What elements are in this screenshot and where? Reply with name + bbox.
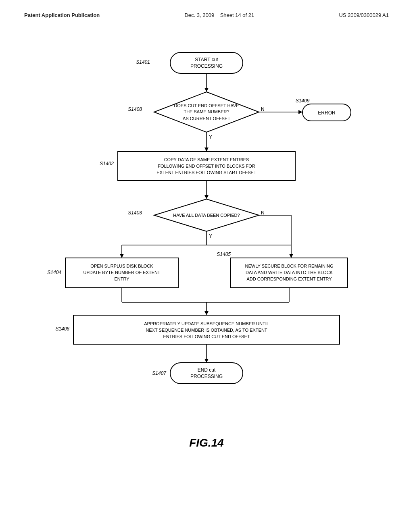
- svg-text:DOES CUT END OFFSET HAVE: DOES CUT END OFFSET HAVE: [174, 103, 239, 108]
- svg-text:THE SAME NUMBER?: THE SAME NUMBER?: [184, 109, 229, 114]
- header-sheet: Sheet 14 of 21: [220, 12, 254, 18]
- svg-text:S1407: S1407: [152, 370, 167, 376]
- svg-marker-37: [289, 254, 293, 258]
- svg-rect-20: [118, 152, 295, 181]
- svg-text:UPDATE BYTE NUMBER OF EXTENT: UPDATE BYTE NUMBER OF EXTENT: [83, 270, 160, 275]
- svg-rect-62: [170, 363, 243, 384]
- figure-label: FIG.14: [189, 436, 224, 449]
- page: Patent Application Publication Dec. 3, 2…: [0, 0, 413, 532]
- svg-text:OPEN SURPLUS DISK BLOCK: OPEN SURPLUS DISK BLOCK: [90, 264, 153, 268]
- svg-text:FOLLOWING END OFFSET INTO BLOC: FOLLOWING END OFFSET INTO BLOCKS FOR: [158, 164, 255, 168]
- svg-text:END cut: END cut: [198, 367, 216, 373]
- svg-text:NEWLY SECURE BLOCK FOR REMAINI: NEWLY SECURE BLOCK FOR REMAINING: [245, 264, 333, 268]
- svg-rect-43: [231, 258, 348, 288]
- svg-marker-26: [204, 195, 209, 199]
- svg-text:ERROR: ERROR: [318, 110, 336, 116]
- header: Patent Application Publication Dec. 3, 2…: [24, 12, 389, 18]
- svg-text:S1403: S1403: [128, 210, 142, 216]
- diagram-area: START cut PROCESSING S1401 DOES CUT END …: [33, 34, 380, 457]
- flow-svg: START cut PROCESSING S1401 DOES CUT END …: [33, 34, 380, 457]
- svg-rect-0: [170, 52, 243, 73]
- svg-marker-54: [204, 311, 209, 315]
- header-date: Dec. 3, 2009: [184, 12, 214, 18]
- svg-rect-55: [73, 315, 340, 344]
- svg-text:S1409: S1409: [296, 98, 310, 104]
- svg-text:Y: Y: [209, 134, 212, 140]
- svg-text:S1406: S1406: [55, 326, 69, 332]
- svg-text:APPROPRIATELY UPDATE SUBSEQUEN: APPROPRIATELY UPDATE SUBSEQUENCE NUMBER …: [144, 321, 269, 326]
- svg-text:S1405: S1405: [217, 251, 231, 257]
- svg-text:PROCESSING: PROCESSING: [190, 374, 223, 379]
- svg-text:N: N: [261, 106, 265, 112]
- svg-text:ENTRIES FOLLOWING CUT END OFFS: ENTRIES FOLLOWING CUT END OFFSET: [163, 334, 250, 339]
- svg-marker-14: [298, 110, 302, 114]
- svg-marker-5: [204, 88, 209, 92]
- svg-marker-35: [120, 254, 124, 258]
- header-patent-number: US 2009/0300029 A1: [339, 12, 389, 18]
- svg-text:ADD CORRESPONDING EXTENT ENTRY: ADD CORRESPONDING EXTENT ENTRY: [246, 276, 332, 281]
- svg-text:DATA AND WRITE DATA INTO THE B: DATA AND WRITE DATA INTO THE BLOCK: [246, 270, 333, 275]
- svg-text:S1408: S1408: [128, 106, 142, 112]
- svg-marker-27: [154, 199, 259, 231]
- svg-marker-6: [154, 92, 259, 132]
- svg-text:N: N: [261, 210, 265, 216]
- svg-marker-61: [204, 359, 209, 363]
- svg-text:COPY DATA OF SAME EXTENT ENTRI: COPY DATA OF SAME EXTENT ENTRIES: [164, 157, 249, 162]
- svg-text:S1404: S1404: [47, 270, 61, 275]
- svg-rect-38: [65, 258, 178, 288]
- svg-text:HAVE ALL DATA BEEN COPIED?: HAVE ALL DATA BEEN COPIED?: [173, 213, 240, 218]
- header-date-sheet: Dec. 3, 2009 Sheet 14 of 21: [184, 12, 254, 18]
- header-publication: Patent Application Publication: [24, 12, 100, 18]
- svg-text:S1401: S1401: [136, 59, 150, 65]
- svg-text:Y: Y: [209, 233, 212, 239]
- svg-text:AS CURRENT OFFSET: AS CURRENT OFFSET: [183, 116, 230, 121]
- svg-marker-19: [204, 148, 209, 152]
- svg-rect-15: [302, 104, 351, 121]
- svg-text:PROCESSING: PROCESSING: [190, 63, 223, 69]
- svg-text:EXTENT ENTRIES FOLLOWING START: EXTENT ENTRIES FOLLOWING START OFFSET: [156, 170, 257, 175]
- svg-text:ENTRY: ENTRY: [114, 276, 129, 281]
- svg-text:S1402: S1402: [100, 161, 114, 166]
- svg-text:NEXT SEQUENCE NUMBER IS OBTAIN: NEXT SEQUENCE NUMBER IS OBTAINED, AS TO …: [146, 328, 267, 332]
- svg-text:START cut: START cut: [195, 57, 218, 62]
